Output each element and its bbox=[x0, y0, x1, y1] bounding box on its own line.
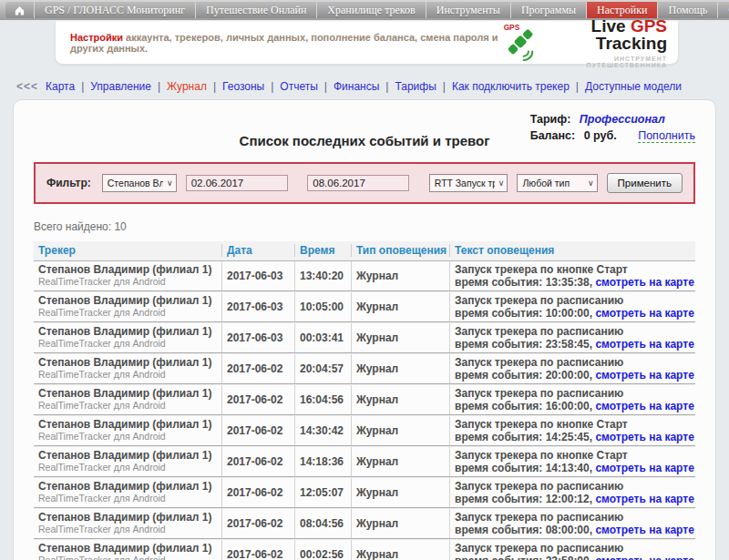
date-from-input[interactable] bbox=[186, 175, 288, 191]
event-date: 2017-06-02 bbox=[221, 416, 294, 445]
tracker-cell: Степанов Владимир (филиал 1) RealTimeTra… bbox=[34, 292, 221, 321]
event-type: Журнал bbox=[351, 540, 449, 560]
view-on-map-link[interactable]: смотреть на карте bbox=[595, 276, 693, 289]
message-event-time: время события: 08:00:00, bbox=[455, 524, 592, 536]
tracker-device: RealTimeTracker для Android bbox=[38, 524, 221, 535]
settings-description-rest: аккаунта, трекеров, личных данных, попол… bbox=[70, 32, 498, 54]
message-title: Запуск трекера по расписанию bbox=[455, 294, 695, 307]
message-cell: Запуск трекера по расписанию время событ… bbox=[449, 385, 695, 414]
view-on-map-link[interactable]: смотреть на карте bbox=[595, 462, 693, 474]
event-type: Журнал bbox=[351, 292, 449, 321]
message-event-time: время события: 13:35:38, bbox=[455, 276, 592, 289]
event-date: 2017-06-02 bbox=[221, 540, 294, 560]
message-cell: Запуск трекера по расписанию время событ… bbox=[449, 478, 695, 507]
subnav-item-models[interactable]: Доступные модели bbox=[585, 80, 682, 93]
home-button[interactable] bbox=[5, 2, 35, 18]
satellite-icon: GPS bbox=[501, 21, 541, 65]
event-type: Журнал bbox=[351, 323, 449, 352]
event-type: Журнал bbox=[351, 447, 449, 476]
tracker-name: Степанов Владимир (филиал 1) bbox=[38, 295, 221, 307]
tracker-select[interactable]: Степанов Владимир (ф∨ bbox=[102, 174, 177, 192]
chevron-down-icon: ∨ bbox=[498, 178, 505, 188]
message-title: Запуск трекера по расписанию bbox=[455, 511, 695, 524]
page-header: Настройки аккаунта, трекеров, личных дан… bbox=[55, 21, 679, 65]
tracker-cell: Степанов Владимир (филиал 1) RealTimeTra… bbox=[34, 385, 221, 414]
view-on-map-link[interactable]: смотреть на карте bbox=[595, 369, 693, 382]
tariff-value[interactable]: Профессионал bbox=[580, 113, 665, 126]
subnav-item-manage[interactable]: Управление bbox=[90, 80, 151, 93]
site-logo[interactable]: GPS Live GPS Tracking ИНСТРУМЕНТ ПУТЕШЕС… bbox=[501, 17, 667, 68]
content-panel: Тариф: Профессионал Баланс: 0 руб. Попол… bbox=[13, 99, 716, 560]
tariff-label: Тариф: bbox=[530, 113, 571, 126]
subnav-separator: | bbox=[271, 80, 273, 93]
view-on-map-link[interactable]: смотреть на карте bbox=[595, 555, 693, 560]
view-on-map-link[interactable]: смотреть на карте bbox=[595, 400, 693, 412]
col-text[interactable]: Текст оповещения bbox=[449, 244, 695, 257]
view-on-map-link[interactable]: смотреть на карте bbox=[595, 338, 693, 351]
tracker-device: RealTimeTracker для Android bbox=[38, 493, 221, 504]
topup-link[interactable]: Пополнить bbox=[638, 129, 695, 143]
home-icon bbox=[14, 5, 26, 16]
event-date: 2017-06-03 bbox=[221, 261, 294, 290]
message-title: Запуск трекера по расписанию bbox=[455, 542, 695, 555]
nav-item-tools[interactable]: Инструменты bbox=[426, 2, 511, 18]
subnav-item-reports[interactable]: Отчеты bbox=[280, 80, 317, 93]
table-row: Степанов Владимир (филиал 1) RealTimeTra… bbox=[34, 508, 695, 539]
event-date: 2017-06-03 bbox=[221, 292, 294, 321]
chevron-down-icon: ∨ bbox=[588, 178, 594, 188]
balance-value: 0 руб. bbox=[584, 129, 617, 142]
event-date: 2017-06-02 bbox=[221, 354, 294, 383]
type-select[interactable]: Любой тип∨ bbox=[517, 174, 597, 192]
event-time: 12:05:07 bbox=[294, 478, 351, 507]
message-title: Запуск трекера по кнопке Старт bbox=[455, 418, 695, 431]
col-type[interactable]: Тип оповещения bbox=[351, 244, 449, 257]
nav-item-programs[interactable]: Программы bbox=[511, 2, 587, 18]
nav-item-travel-online[interactable]: Путешествие Онлайн bbox=[196, 2, 317, 18]
view-on-map-link[interactable]: смотреть на карте bbox=[595, 524, 693, 536]
table-row: Степанов Владимир (филиал 1) RealTimeTra… bbox=[34, 446, 695, 477]
message-cell: Запуск трекера по кнопке Старт время соб… bbox=[449, 261, 695, 290]
subnav-separator: | bbox=[324, 80, 327, 93]
nav-item-track-storage[interactable]: Хранилище треков bbox=[317, 2, 426, 18]
event-time: 14:30:42 bbox=[294, 416, 351, 445]
subnav-item-connect-tracker[interactable]: Как подключить трекер bbox=[452, 80, 570, 93]
tracker-name: Степанов Владимир (филиал 1) bbox=[38, 357, 221, 369]
settings-description: Настройки аккаунта, трекеров, личных дан… bbox=[70, 32, 501, 54]
subnav-item-finance[interactable]: Финансы bbox=[334, 80, 379, 93]
tracker-cell: Степанов Владимир (филиал 1) RealTimeTra… bbox=[34, 354, 221, 383]
tracker-cell: Степанов Владимир (филиал 1) RealTimeTra… bbox=[34, 509, 221, 538]
message-title: Запуск трекера по кнопке Старт bbox=[455, 449, 695, 462]
date-to-input[interactable] bbox=[307, 175, 409, 191]
tracker-cell: Степанов Владимир (филиал 1) RealTimeTra… bbox=[34, 447, 221, 476]
message-title: Запуск трекера по расписанию bbox=[455, 356, 695, 369]
col-tracker[interactable]: Трекер bbox=[34, 244, 221, 257]
tracker-device: RealTimeTracker для Android bbox=[38, 555, 221, 560]
subnav-item-journal[interactable]: Журнал bbox=[167, 80, 207, 93]
subnav-separator: | bbox=[213, 80, 216, 93]
table-row: Степанов Владимир (филиал 1) RealTimeTra… bbox=[34, 477, 695, 508]
message-title: Запуск трекера по расписанию bbox=[455, 387, 695, 400]
nav-item-monitoring[interactable]: GPS / ГЛОНАСС Мониторинг bbox=[35, 2, 196, 18]
view-on-map-link[interactable]: смотреть на карте bbox=[595, 493, 693, 505]
view-on-map-link[interactable]: смотреть на карте bbox=[595, 307, 693, 320]
col-time[interactable]: Время bbox=[294, 244, 351, 257]
event-time: 10:05:00 bbox=[294, 292, 351, 321]
message-title: Запуск трекера по кнопке Старт bbox=[455, 263, 695, 276]
subnav-item-geozones[interactable]: Геозоны bbox=[222, 80, 264, 93]
nav-item-help[interactable]: Помощь bbox=[658, 2, 718, 18]
col-date[interactable]: Дата bbox=[221, 244, 294, 257]
logo-gps-small: GPS bbox=[503, 22, 519, 31]
event-select[interactable]: RTT Запуск трекера∨ bbox=[429, 174, 508, 192]
event-type: Журнал bbox=[351, 261, 449, 290]
tracker-name: Степанов Владимир (филиал 1) bbox=[38, 264, 221, 276]
event-date: 2017-06-02 bbox=[221, 478, 294, 507]
apply-button[interactable]: Применить bbox=[607, 173, 683, 193]
subnav-item-tariffs[interactable]: Тарифы bbox=[395, 80, 436, 93]
event-type: Журнал bbox=[351, 416, 449, 445]
back-link[interactable]: <<< bbox=[16, 80, 38, 93]
tracker-cell: Степанов Владимир (филиал 1) RealTimeTra… bbox=[34, 478, 221, 507]
view-on-map-link[interactable]: смотреть на карте bbox=[595, 431, 693, 443]
nav-item-forum[interactable]: Форум bbox=[718, 2, 729, 18]
message-title: Запуск трекера по расписанию bbox=[455, 325, 695, 338]
subnav-item-map[interactable]: Карта bbox=[46, 80, 75, 93]
